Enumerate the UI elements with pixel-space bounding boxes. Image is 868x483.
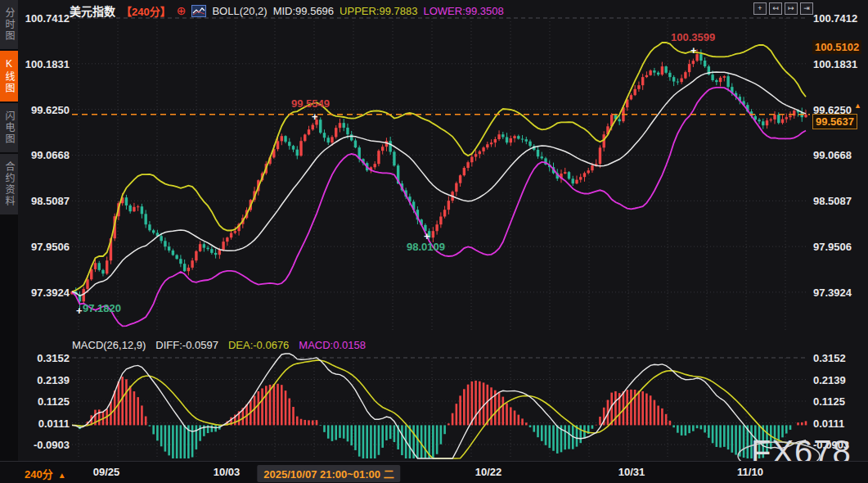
sidebar-tab-contract-info[interactable]: 合约资料 [0,154,18,214]
time-axis-bar: 240分▲ 09/2510/032025/10/07 21:00~01:00 二… [0,461,868,483]
macd-axis-label-left: 0.0111 [22,418,70,430]
kline-style-icon[interactable] [191,5,206,17]
date-tick-label: 10/22 [475,466,502,478]
macd-axis-label-right: 0.3152 [813,352,861,364]
chart-toolbar: +↤↦⇥ [753,2,813,15]
cross-marker-icon: + [424,231,430,242]
boll-indicator-label: BOLL(20,2) [212,5,267,17]
cross-marker-icon: + [690,45,697,56]
cross-marker-icon: + [312,111,318,122]
period-selector-button[interactable]: 240分▲ [25,466,66,481]
period-selector-label: 240分 [25,468,53,481]
date-tick-label: 10/31 [618,466,645,478]
chart-type-sidebar: 分时图 K线图 闪电图 合约资料 [0,0,18,461]
price-axis-label-right: 97.9506 [813,241,861,253]
pan-left-icon[interactable]: ↤ [769,2,782,15]
price-axis-label-left: 97.9506 [22,241,70,253]
symbol-name: 美元指数 [70,2,115,19]
macd-dea-value: DEA:-0.0676 [228,339,289,351]
sidebar-tab-kline[interactable]: K线图 [0,51,18,102]
boll-lower-value: LOWER:99.3508 [423,5,503,17]
kline-chart-window: 分时图 K线图 闪电图 合约资料 美元指数 【240分】 ⊕ BOLL(20,2… [0,0,868,483]
sidebar-tab-lightning[interactable]: 闪电图 [0,103,18,152]
price-axis-label-right: 97.3924 [813,287,861,299]
price-axis-label-right: 98.5087 [813,195,861,207]
macd-header: MACD(26,12,9) DIFF:-0.0597 DEA:-0.0676 M… [72,339,366,351]
circle-plus-icon[interactable]: ⊕ [177,4,187,17]
price-axis-label-left: 100.1831 [22,58,70,70]
crosshair-icon[interactable]: + [753,2,767,15]
boll-upper-value: UPPER:99.7883 [340,5,417,17]
period-up-arrow-icon: ▲ [58,471,66,480]
price-marker-high: 99.5549 [291,97,330,110]
macd-hist-value: MACD:0.0158 [299,339,366,351]
price-axis-label-right: 99.0668 [813,149,861,161]
price-up-arrow-icon: ▲ [854,102,861,110]
macd-axis-label-left: -0.0903 [22,439,70,451]
price-axis-label-right: 100.7412 [813,12,861,25]
cross-marker-icon: + [76,305,83,316]
pan-right-icon[interactable]: ↦ [785,2,798,15]
period-label: 【240分】 [121,3,171,19]
date-tick-label: 10/03 [214,466,241,478]
price-axis-label-left: 99.6250 [22,104,70,116]
sidebar-tab-timeshare[interactable]: 分时图 [0,0,18,49]
date-tick-label: 11/10 [737,466,763,478]
macd-axis-label-left: 0.3152 [22,352,70,364]
macd-axis-label-right: 0.1125 [813,395,861,408]
crosshair-date-readout: 2025/10/07 21:00~01:00 二 [257,465,400,482]
boll-mid-value: MID:99.5696 [273,5,334,17]
price-marker-low: 98.0109 [407,241,445,253]
macd-axis-label-right: 0.0111 [813,418,861,430]
macd-axis-label-left: 0.1125 [22,395,70,408]
chart-header: 美元指数 【240分】 ⊕ BOLL(20,2) MID:99.5696 UPP… [70,3,504,18]
price-marker-low: 97.1820 [83,302,121,314]
jump-latest-icon[interactable]: ⇥ [800,2,813,15]
band-high-badge: 100.5102 [812,40,861,54]
price-axis-label-left: 99.0668 [22,149,70,161]
macd-indicator-label: MACD(26,12,9) [72,339,146,351]
macd-axis-label-right: 0.2139 [813,374,861,386]
price-axis-label-right: 100.1831 [813,58,861,70]
macd-axis-label-left: 0.2139 [22,374,70,386]
last-price-badge: 99.5637 [812,114,857,129]
price-axis-label-left: 100.7412 [22,12,70,25]
macd-diff-value: DIFF:-0.0597 [155,339,218,351]
price-axis-label-left: 97.3924 [22,287,70,299]
price-axis-label-left: 98.5087 [22,195,70,207]
price-marker-high: 100.3599 [671,31,715,43]
date-tick-label: 09/25 [93,466,120,478]
